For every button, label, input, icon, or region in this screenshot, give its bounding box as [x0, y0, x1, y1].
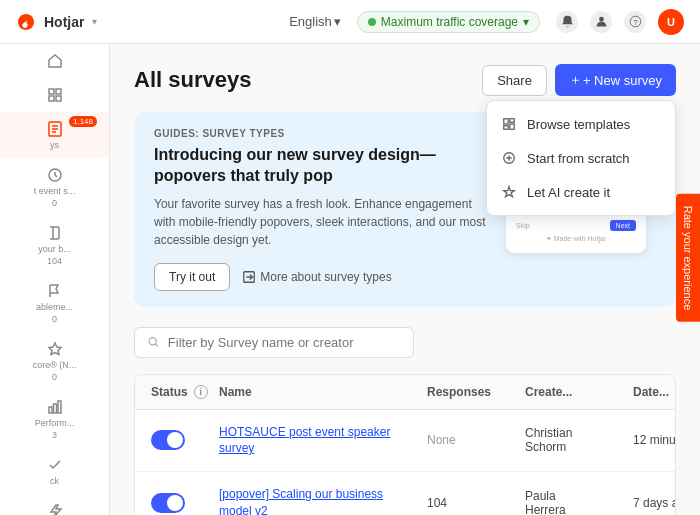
nav-icons: ? U [556, 9, 684, 35]
svg-rect-4 [56, 89, 61, 94]
banner-content: GUIDES: SURVEY TYPES Introducing our new… [154, 128, 496, 291]
svg-rect-15 [504, 126, 508, 130]
dropdown-ai-create[interactable]: Let AI create it [487, 175, 675, 209]
col-status: Status i [151, 385, 211, 399]
top-navigation: Hotjar ▾ English ▾ Maximum traffic cover… [0, 0, 700, 44]
col-name: Name [219, 385, 419, 399]
col-responses: Responses [427, 385, 517, 399]
sidebar-item-grid[interactable] [0, 78, 109, 112]
sidebar-item-check[interactable]: ck [0, 448, 109, 494]
search-bar[interactable] [134, 327, 414, 358]
notifications-icon[interactable] [556, 11, 578, 33]
brand-caret: ▾ [92, 16, 97, 27]
search-input[interactable] [168, 335, 401, 350]
row1-name[interactable]: HOTSAUCE post event speaker survey [219, 424, 419, 458]
banner-actions: Try it out More about survey types [154, 263, 496, 291]
svg-rect-16 [510, 124, 514, 129]
sidebar-item-chart[interactable]: Perform... 3 [0, 390, 109, 448]
status-info-icon[interactable]: i [194, 385, 208, 399]
sidebar-label-surveys: ys [50, 140, 59, 150]
surveys-table: Status i Name Responses Create... Date..… [134, 374, 676, 515]
row1-responses: None [427, 433, 517, 447]
bolt-icon [46, 502, 64, 515]
svg-rect-5 [49, 96, 54, 101]
nav-right: English ▾ Maximum traffic coverage ▾ ? U [289, 9, 684, 35]
table-row: HOTSAUCE post event speaker survey None … [135, 410, 675, 473]
surveys-icon [46, 120, 64, 138]
surveys-badge: 1,148 [69, 116, 97, 127]
flag-icon [46, 282, 64, 300]
main-content: All surveys Share ＋ + New survey Browse [110, 44, 700, 515]
svg-rect-10 [49, 407, 52, 413]
ai-icon [501, 184, 517, 200]
preview-watermark: ✦ Made with Hotjar [516, 235, 636, 243]
svg-rect-11 [53, 404, 56, 413]
book-icon [46, 224, 64, 242]
page-header: All surveys Share ＋ + New survey Browse [134, 64, 676, 96]
sidebar-item-events[interactable]: t event s... 0 [0, 158, 109, 216]
user-avatar[interactable]: U [658, 9, 684, 35]
traffic-dot [368, 18, 376, 26]
plus-icon: ＋ [569, 71, 582, 89]
col-date: Date... [633, 385, 676, 399]
row1-creator: Christian Schorm [525, 426, 625, 454]
svg-text:?: ? [633, 18, 637, 27]
svg-rect-14 [510, 119, 514, 123]
new-survey-dropdown: Browse templates Start from scratch [486, 100, 676, 216]
dropdown-start-scratch[interactable]: Start from scratch [487, 141, 675, 175]
sidebar: 1,148 ys t event s... 0 your b... 104 [0, 44, 110, 515]
chart-icon [46, 398, 64, 416]
check-icon [46, 456, 64, 474]
svg-rect-6 [56, 96, 61, 101]
banner-title: Introducing our new survey design—popove… [154, 145, 496, 187]
svg-point-19 [149, 338, 156, 345]
header-actions: Share ＋ + New survey Browse templates [482, 64, 676, 96]
share-button[interactable]: Share [482, 65, 547, 96]
hotjar-logo[interactable] [16, 12, 36, 32]
person-icon[interactable] [590, 11, 612, 33]
try-it-out-button[interactable]: Try it out [154, 263, 230, 291]
row2-date: 7 days ago [633, 496, 676, 510]
new-survey-button[interactable]: ＋ + New survey [555, 64, 676, 96]
svg-point-0 [599, 17, 604, 22]
col-creator: Create... [525, 385, 625, 399]
more-about-link[interactable]: More about survey types [242, 270, 391, 284]
row2-creator: Paula Herrera [525, 489, 625, 515]
row1-date: 12 minutes ago [633, 433, 676, 447]
nav-left: Hotjar ▾ [16, 12, 97, 32]
svg-marker-9 [49, 343, 61, 355]
svg-rect-3 [49, 89, 54, 94]
dropdown-browse-templates[interactable]: Browse templates [487, 107, 675, 141]
home-icon [46, 52, 64, 70]
table-row: [popover] Scaling our business model v2 … [135, 472, 675, 515]
svg-rect-13 [504, 119, 508, 124]
sidebar-item-bolt[interactable]: activatio... 1 [0, 494, 109, 515]
rate-experience-sidebar[interactable]: Rate your experience [676, 193, 700, 322]
svg-rect-12 [58, 401, 61, 413]
help-icon[interactable]: ? [624, 11, 646, 33]
sidebar-item-book[interactable]: your b... 104 [0, 216, 109, 274]
table-header: Status i Name Responses Create... Date..… [135, 375, 675, 410]
banner-description: Your favorite survey has a fresh look. E… [154, 195, 496, 249]
sidebar-item-home[interactable] [0, 44, 109, 78]
sidebar-item-flag[interactable]: ableme... 0 [0, 274, 109, 332]
language-selector[interactable]: English ▾ [289, 14, 341, 29]
sidebar-item-star[interactable]: core® (N... 0 [0, 332, 109, 390]
row2-toggle[interactable] [151, 493, 211, 513]
preview-footer: Skip Next [516, 220, 636, 231]
events-icon [46, 166, 64, 184]
grid-icon [46, 86, 64, 104]
row1-toggle[interactable] [151, 430, 211, 450]
star-icon [46, 340, 64, 358]
search-icon [147, 335, 160, 349]
row2-responses: 104 [427, 496, 517, 510]
traffic-status[interactable]: Maximum traffic coverage ▾ [357, 11, 540, 33]
scratch-icon [501, 150, 517, 166]
template-icon [501, 116, 517, 132]
sidebar-item-surveys[interactable]: 1,148 ys [0, 112, 109, 158]
banner-guide-label: GUIDES: SURVEY TYPES [154, 128, 496, 139]
page-title: All surveys [134, 67, 251, 93]
brand-name: Hotjar [44, 14, 84, 30]
row2-name[interactable]: [popover] Scaling our business model v2 [219, 486, 419, 515]
